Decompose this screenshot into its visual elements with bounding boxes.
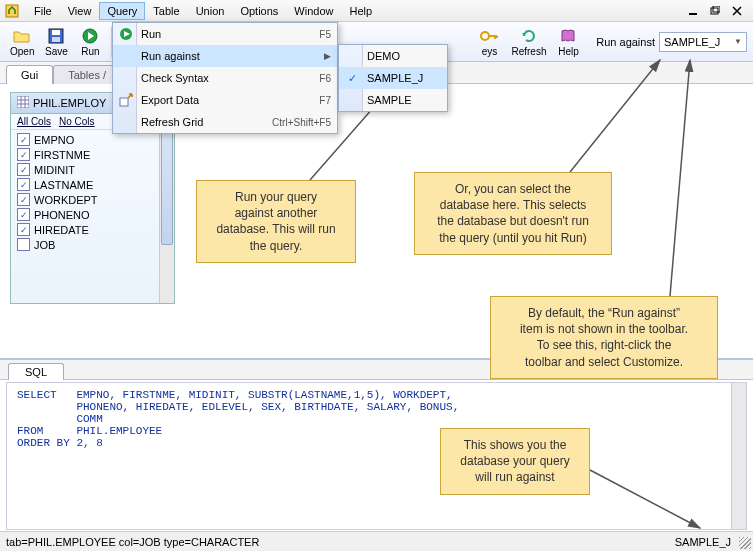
columns-list: ✓EMPNO ✓FIRSTNME ✓MIDINIT ✓LASTNAME ✓WOR… [11, 130, 174, 254]
run-against-value: SAMPLE_J [664, 36, 720, 48]
menu-item-shortcut: F7 [319, 95, 331, 106]
play-icon [117, 25, 135, 43]
checkbox-icon[interactable]: ✓ [17, 238, 30, 251]
run-button[interactable]: Run [74, 24, 106, 60]
svg-rect-6 [52, 37, 60, 42]
column-name: EMPNO [34, 134, 74, 146]
column-row[interactable]: ✓EMPNO [15, 132, 170, 147]
scrollbar[interactable] [731, 383, 746, 529]
column-row[interactable]: ✓PHONENO [15, 207, 170, 222]
statusbar: tab=PHIL.EMPLOYEE col=JOB type=CHARACTER… [0, 531, 753, 551]
play-icon [81, 27, 99, 45]
menu-union[interactable]: Union [188, 2, 233, 20]
status-left: tab=PHIL.EMPLOYEE col=JOB type=CHARACTER [6, 536, 259, 548]
open-button[interactable]: Open [6, 24, 38, 60]
checkbox-icon[interactable]: ✓ [17, 133, 30, 146]
submenu-label: SAMPLE_J [367, 72, 423, 84]
tab-tables[interactable]: Tables / [53, 65, 121, 84]
menu-window[interactable]: Window [286, 2, 341, 20]
column-name: HIREDATE [34, 224, 89, 236]
close-icon[interactable] [729, 3, 745, 19]
svg-rect-5 [52, 30, 60, 35]
export-icon [117, 91, 135, 109]
status-right: SAMPLE_J [675, 536, 747, 548]
menu-item-label: Check Syntax [141, 72, 209, 84]
menu-item-label: Refresh Grid [141, 116, 203, 128]
menu-item-shortcut: F6 [319, 73, 331, 84]
menu-item-label: Export Data [141, 94, 199, 106]
menu-item-check-syntax[interactable]: Check Syntax F6 [113, 67, 337, 89]
sql-text: SELECT EMPNO, FIRSTNME, MIDINIT, SUBSTR(… [17, 389, 459, 449]
chevron-down-icon: ▼ [734, 37, 742, 46]
check-icon: ✓ [343, 69, 361, 87]
callout-select-db: Or, you can select the database here. Th… [414, 172, 612, 255]
table-icon [17, 96, 29, 110]
column-row[interactable]: ✓HIREDATE [15, 222, 170, 237]
run-against-combo[interactable]: SAMPLE_J ▼ [659, 32, 747, 52]
refresh-label: Refresh [511, 46, 546, 57]
menubar: File View Query Table Union Options Wind… [0, 0, 753, 22]
checkbox-icon[interactable]: ✓ [17, 208, 30, 221]
no-cols-link[interactable]: No Cols [59, 116, 95, 127]
help-button[interactable]: Help [552, 24, 584, 60]
menu-item-export-data[interactable]: Export Data F7 [113, 89, 337, 111]
callout-shows-db: This shows you the database your query w… [440, 428, 590, 495]
columns-panel-title: PHIL.EMPLOY [33, 97, 106, 109]
column-row[interactable]: ✓LASTNAME [15, 177, 170, 192]
menu-help[interactable]: Help [341, 2, 380, 20]
submenu-item-demo[interactable]: DEMO [339, 45, 447, 67]
menu-item-shortcut: Ctrl+Shift+F5 [272, 117, 331, 128]
scrollbar[interactable] [159, 113, 174, 303]
column-row[interactable]: ✓WORKDEPT [15, 192, 170, 207]
refresh-button[interactable]: Refresh [507, 24, 550, 60]
menu-file[interactable]: File [26, 2, 60, 20]
run-against-container: Run against SAMPLE_J ▼ [596, 32, 747, 52]
menu-table[interactable]: Table [145, 2, 187, 20]
scrollbar-thumb[interactable] [161, 115, 173, 245]
column-row[interactable]: ✓JOB [15, 237, 170, 252]
svg-rect-9 [17, 96, 29, 108]
restore-icon[interactable] [707, 3, 723, 19]
svg-rect-2 [711, 8, 718, 14]
tab-sql[interactable]: SQL [8, 363, 64, 380]
column-name: JOB [34, 239, 55, 251]
minimize-icon[interactable] [685, 3, 701, 19]
menu-item-label: Run against [141, 50, 200, 62]
menu-item-refresh-grid[interactable]: Refresh Grid Ctrl+Shift+F5 [113, 111, 337, 133]
checkbox-icon[interactable]: ✓ [17, 163, 30, 176]
folder-open-icon [13, 27, 31, 45]
menu-item-run[interactable]: Run F5 [113, 23, 337, 45]
refresh-icon [520, 27, 538, 45]
column-row[interactable]: ✓MIDINIT [15, 162, 170, 177]
keys-button-partial[interactable]: eys [473, 24, 505, 60]
save-button[interactable]: Save [40, 24, 72, 60]
run-against-submenu: DEMO ✓ SAMPLE_J SAMPLE [338, 44, 448, 112]
run-against-toolbar-label: Run against [596, 36, 655, 48]
submenu-label: DEMO [367, 50, 400, 62]
menu-query[interactable]: Query [99, 2, 145, 20]
column-row[interactable]: ✓FIRSTNME [15, 147, 170, 162]
tab-gui[interactable]: Gui [6, 65, 53, 84]
svg-rect-3 [713, 6, 720, 12]
help-label: Help [558, 46, 579, 57]
menu-options[interactable]: Options [232, 2, 286, 20]
checkbox-icon[interactable]: ✓ [17, 178, 30, 191]
sql-editor[interactable]: SELECT EMPNO, FIRSTNME, MIDINIT, SUBSTR(… [6, 382, 747, 530]
checkbox-icon[interactable]: ✓ [17, 148, 30, 161]
resize-grip-icon[interactable] [739, 537, 751, 549]
column-name: FIRSTNME [34, 149, 90, 161]
run-label: Run [81, 46, 99, 57]
callout-customize: By default, the “Run against” item is no… [490, 296, 718, 379]
checkbox-icon[interactable]: ✓ [17, 223, 30, 236]
checkbox-icon[interactable]: ✓ [17, 193, 30, 206]
floppy-icon [47, 27, 65, 45]
svg-point-8 [481, 32, 489, 40]
menu-view[interactable]: View [60, 2, 100, 20]
submenu-item-sample-j[interactable]: ✓ SAMPLE_J [339, 67, 447, 89]
all-cols-link[interactable]: All Cols [17, 116, 51, 127]
open-label: Open [10, 46, 34, 57]
key-icon [480, 27, 498, 45]
submenu-item-sample[interactable]: SAMPLE [339, 89, 447, 111]
menu-item-label: Run [141, 28, 161, 40]
menu-item-run-against[interactable]: Run against ▶ [113, 45, 337, 67]
